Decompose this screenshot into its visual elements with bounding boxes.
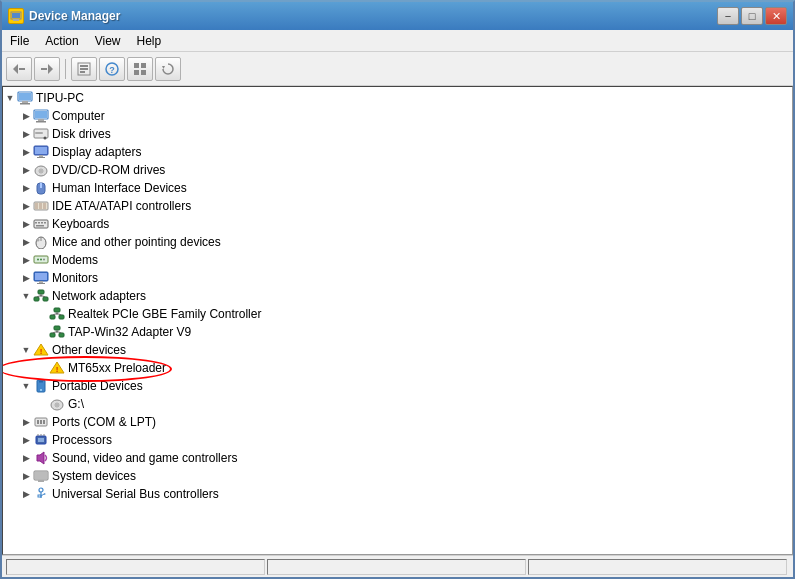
tree-item-icon <box>33 162 49 178</box>
tree-item[interactable]: ▶Human Interface Devices <box>3 179 792 197</box>
tree-item-icon <box>33 252 49 268</box>
tree-item[interactable]: !MT65xx Preloader <box>3 359 792 377</box>
svg-rect-15 <box>134 70 139 75</box>
tree-item[interactable]: ▼Network adapters <box>3 287 792 305</box>
tree-expand[interactable]: ▶ <box>19 253 33 267</box>
tree-expand[interactable]: ▼ <box>19 289 33 303</box>
tree-item[interactable]: ▶Keyboards <box>3 215 792 233</box>
status-panel-3 <box>528 559 787 575</box>
tree-item[interactable]: ▶Display adapters <box>3 143 792 161</box>
properties-button[interactable] <box>71 57 97 81</box>
tree-expand[interactable]: ▶ <box>19 235 33 249</box>
back-button[interactable] <box>6 57 32 81</box>
svg-rect-61 <box>43 297 48 301</box>
tree-expand-placeholder <box>35 397 49 411</box>
toolbar: ? <box>2 52 793 86</box>
tree-item-label: Sound, video and game controllers <box>52 451 237 465</box>
svg-rect-72 <box>50 333 55 337</box>
svg-rect-13 <box>134 63 139 68</box>
tree-item[interactable]: ▶Disk drives <box>3 125 792 143</box>
tree-expand[interactable]: ▼ <box>19 343 33 357</box>
device-tree[interactable]: ▼ TIPU-PC ▶Computer▶Disk drives▶Display … <box>2 86 793 555</box>
tree-item[interactable]: ▼!Other devices <box>3 341 792 359</box>
tree-item-label: Mice and other pointing devices <box>52 235 221 249</box>
tree-expand[interactable]: ▶ <box>19 487 33 501</box>
menu-action[interactable]: Action <box>37 32 86 50</box>
tree-expand[interactable]: ▶ <box>19 469 33 483</box>
tree-item-label: Modems <box>52 253 98 267</box>
tree-item[interactable]: G:\ <box>3 395 792 413</box>
tree-item-icon <box>49 324 65 340</box>
tree-item[interactable]: ▼Portable Devices <box>3 377 792 395</box>
tree-item[interactable]: Realtek PCIe GBE Family Controller <box>3 305 792 323</box>
tree-expand[interactable]: ▼ <box>19 379 33 393</box>
svg-rect-41 <box>43 203 46 209</box>
tree-item[interactable]: ▶DVD/CD-ROM drives <box>3 161 792 179</box>
forward-button[interactable] <box>34 57 60 81</box>
tree-root[interactable]: ▼ TIPU-PC <box>3 89 792 107</box>
svg-rect-9 <box>80 68 88 70</box>
svg-line-69 <box>53 314 58 316</box>
tree-expand[interactable]: ▶ <box>19 181 33 195</box>
svg-text:?: ? <box>109 65 115 75</box>
maximize-button[interactable]: □ <box>741 7 763 25</box>
menu-file[interactable]: File <box>2 32 37 50</box>
root-icon <box>17 90 33 106</box>
svg-rect-99 <box>38 480 44 482</box>
svg-point-82 <box>40 389 42 391</box>
tree-expand[interactable]: ▶ <box>19 271 33 285</box>
tree-item[interactable]: ▶Modems <box>3 251 792 269</box>
svg-rect-67 <box>59 315 64 319</box>
svg-rect-31 <box>39 155 43 157</box>
svg-rect-58 <box>37 283 45 284</box>
tree-item[interactable]: ▶Ports (COM & LPT) <box>3 413 792 431</box>
tree-expand[interactable]: ▶ <box>19 415 33 429</box>
tree-item[interactable]: ▶IDE ATA/ATAPI controllers <box>3 197 792 215</box>
view-button[interactable] <box>127 57 153 81</box>
status-bar <box>2 555 793 577</box>
tree-item[interactable]: ▶Mice and other pointing devices <box>3 233 792 251</box>
status-panel-1 <box>6 559 265 575</box>
tree-item[interactable]: ▶Universal Serial Bus controllers <box>3 485 792 503</box>
tree-item-label: Disk drives <box>52 127 111 141</box>
tree-expand[interactable]: ▶ <box>19 109 33 123</box>
svg-rect-57 <box>39 281 43 283</box>
tree-item[interactable]: TAP-Win32 Adapter V9 <box>3 323 792 341</box>
tree-item-label: Monitors <box>52 271 98 285</box>
tree-item[interactable]: ▶Sound, video and game controllers <box>3 449 792 467</box>
update-button[interactable] <box>155 57 181 81</box>
svg-rect-45 <box>41 222 43 224</box>
tree-expand[interactable]: ▶ <box>19 145 33 159</box>
tree-item[interactable]: ▶Monitors <box>3 269 792 287</box>
close-button[interactable]: ✕ <box>765 7 787 25</box>
tree-expand[interactable]: ▶ <box>19 451 33 465</box>
tree-expand[interactable]: ▶ <box>19 163 33 177</box>
tree-item-icon <box>33 144 49 160</box>
tree-item[interactable]: ▶System devices <box>3 467 792 485</box>
root-expand[interactable]: ▼ <box>3 91 17 105</box>
tree-expand[interactable]: ▶ <box>19 199 33 213</box>
minimize-button[interactable]: − <box>717 7 739 25</box>
tree-expand[interactable]: ▶ <box>19 217 33 231</box>
svg-point-52 <box>37 259 39 261</box>
tree-expand[interactable]: ▶ <box>19 433 33 447</box>
tree-item-label: IDE ATA/ATAPI controllers <box>52 199 191 213</box>
help-button[interactable]: ? <box>99 57 125 81</box>
tree-expand[interactable]: ▶ <box>19 127 33 141</box>
tree-item[interactable]: ▶Computer <box>3 107 792 125</box>
window-controls: − □ ✕ <box>717 7 787 25</box>
root-label: TIPU-PC <box>36 91 84 105</box>
svg-rect-66 <box>50 315 55 319</box>
tree-item-label: DVD/CD-ROM drives <box>52 163 165 177</box>
svg-rect-8 <box>80 65 88 67</box>
svg-rect-19 <box>19 93 31 100</box>
tree-item[interactable]: ▶Processors <box>3 431 792 449</box>
svg-rect-65 <box>54 308 60 312</box>
tree-item-label: System devices <box>52 469 136 483</box>
menu-help[interactable]: Help <box>129 32 170 50</box>
svg-rect-30 <box>35 147 47 154</box>
tree-item-icon: ! <box>33 342 49 358</box>
tree-item-icon <box>33 270 49 286</box>
svg-rect-88 <box>37 420 39 424</box>
menu-view[interactable]: View <box>87 32 129 50</box>
